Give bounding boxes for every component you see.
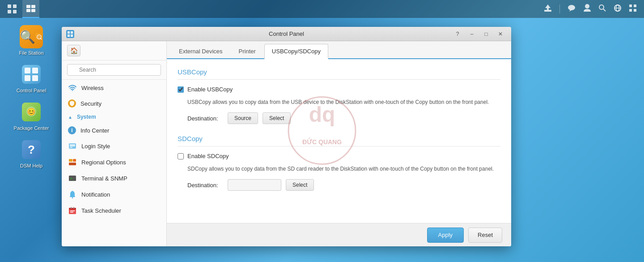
svg-rect-3 (13, 10, 17, 13)
svg-text:>_: >_ (70, 177, 74, 180)
svg-rect-29 (32, 75, 38, 81)
notification-icon (68, 190, 77, 199)
login-style-icon (68, 142, 77, 150)
svg-rect-47 (69, 163, 76, 165)
svg-rect-36 (71, 31, 73, 34)
usbcopy-destination-row: Destination: Source Select (187, 112, 500, 124)
svg-rect-28 (25, 75, 30, 81)
sidebar-item-task-scheduler[interactable]: Task Scheduler (62, 202, 166, 219)
dsm-help-icon: ? (20, 138, 43, 161)
sidebar-item-security[interactable]: Security (62, 96, 166, 111)
svg-marker-11 (569, 10, 572, 12)
taskbar-user-icon[interactable] (583, 4, 591, 15)
sidebar-login-style-label: Login Style (81, 143, 110, 150)
usbcopy-description: USBCopy allows you to copy data from the… (187, 98, 500, 106)
svg-line-14 (603, 9, 606, 11)
file-station-label: File Station (19, 50, 43, 56)
svg-point-51 (72, 197, 73, 198)
taskbar-left (0, 0, 39, 18)
window-titlebar-icon (66, 30, 74, 38)
svg-rect-20 (629, 9, 632, 12)
svg-rect-2 (8, 10, 11, 13)
usbcopy-source-button[interactable]: Source (228, 112, 258, 124)
sdcopy-destination-row: Destination: Select (187, 179, 500, 191)
enable-usbcopy-checkbox[interactable] (178, 86, 184, 93)
desktop-icon-file-station[interactable]: File Station (4, 22, 58, 58)
security-icon (68, 99, 76, 107)
svg-rect-1 (13, 4, 17, 8)
desktop-icon-package-center[interactable]: 😊 Package Center (4, 98, 58, 133)
taskbar-search-icon[interactable] (598, 4, 606, 14)
svg-rect-0 (8, 4, 11, 8)
taskbar-apps-icon[interactable] (4, 0, 21, 18)
tab-external-devices[interactable]: External Devices (171, 44, 230, 58)
taskbar-control-panel-icon[interactable] (22, 0, 39, 18)
sidebar-notification-label: Notification (81, 191, 110, 198)
desktop: File Station Control Panel 😊 Package Cen (0, 18, 63, 262)
sidebar-item-terminal-snmp[interactable]: >_ Terminal & SNMP (62, 170, 166, 186)
svg-rect-25 (22, 65, 41, 84)
taskbar-chat-icon[interactable] (567, 4, 576, 15)
taskbar-upload-icon[interactable] (543, 4, 552, 15)
svg-rect-6 (26, 9, 30, 12)
usbcopy-select-button[interactable]: Select (263, 112, 291, 124)
sidebar-home-button[interactable]: 🏠 (67, 45, 80, 56)
taskbar-grid-icon[interactable] (629, 4, 637, 14)
svg-marker-9 (545, 4, 551, 10)
usbcopy-title: USBCopy (178, 68, 500, 80)
wireless-icon (68, 83, 77, 92)
sidebar-item-login-style[interactable]: Login Style (62, 138, 166, 154)
reset-button[interactable]: Reset (468, 228, 502, 243)
taskbar-right (543, 4, 644, 15)
svg-rect-5 (31, 5, 35, 8)
desktop-icon-dsm-help[interactable]: ? DSM Help (4, 135, 58, 171)
svg-rect-4 (26, 5, 30, 8)
sidebar-item-notification[interactable]: Notification (62, 186, 166, 202)
usbcopy-destination-label: Destination: (187, 115, 223, 122)
sdcopy-description: SDCopy allows you to copy data from the … (187, 165, 500, 173)
svg-rect-56 (71, 207, 72, 209)
svg-rect-46 (73, 159, 76, 162)
taskbar (0, 0, 644, 18)
window-minimize-button[interactable]: – (466, 29, 478, 39)
window-close-button[interactable]: ✕ (494, 29, 507, 39)
svg-rect-18 (629, 4, 632, 7)
svg-rect-38 (71, 34, 73, 37)
svg-rect-50 (70, 196, 75, 197)
sidebar-item-info-center[interactable]: i Info Center (62, 123, 166, 138)
svg-rect-27 (32, 68, 38, 73)
enable-sdcopy-checkbox[interactable] (178, 153, 184, 159)
apply-button[interactable]: Apply (427, 228, 464, 243)
tab-usbcopy-sdcopy[interactable]: USBCopy/SDCopy (264, 44, 328, 59)
sdcopy-destination-input[interactable] (228, 179, 281, 191)
usbcopy-section: USBCopy Enable USBCopy USBCopy allows yo… (178, 68, 500, 124)
svg-point-13 (599, 5, 604, 9)
sidebar-item-regional-options[interactable]: Regional Options (62, 154, 166, 170)
svg-rect-55 (70, 212, 73, 213)
svg-rect-37 (68, 34, 70, 37)
main-content: External Devices Printer USBCopy/SDCopy … (167, 41, 511, 246)
svg-point-10 (568, 5, 575, 10)
sdcopy-destination-label: Destination: (187, 182, 223, 189)
sidebar-search-section (62, 60, 166, 80)
package-center-label: Package Center (14, 125, 49, 131)
sidebar-system-header: ▲ System (62, 111, 166, 123)
svg-rect-43 (70, 144, 75, 146)
svg-rect-54 (70, 210, 75, 211)
window-maximize-button[interactable]: □ (480, 29, 492, 39)
desktop-icon-control-panel[interactable]: Control Panel (4, 60, 58, 96)
sidebar-security-label: Security (80, 100, 102, 107)
svg-rect-45 (69, 159, 72, 162)
window-footer: Apply Reset (167, 223, 511, 246)
tab-printer[interactable]: Printer (231, 44, 263, 58)
sdcopy-section: SDCopy Enable SDCopy SDCopy allows you t… (178, 135, 500, 191)
svg-rect-44 (70, 147, 72, 148)
control-panel-window: Control Panel ? – □ ✕ 🏠 (62, 27, 511, 246)
search-input[interactable] (67, 64, 161, 76)
sdcopy-select-button[interactable]: Select (286, 179, 314, 191)
sidebar-item-wireless[interactable]: Wireless (62, 80, 166, 96)
window-controls: ? – □ ✕ (451, 29, 507, 39)
taskbar-globe-icon[interactable] (614, 4, 622, 14)
window-body: 🏠 (62, 41, 511, 246)
window-help-button[interactable]: ? (451, 29, 464, 39)
